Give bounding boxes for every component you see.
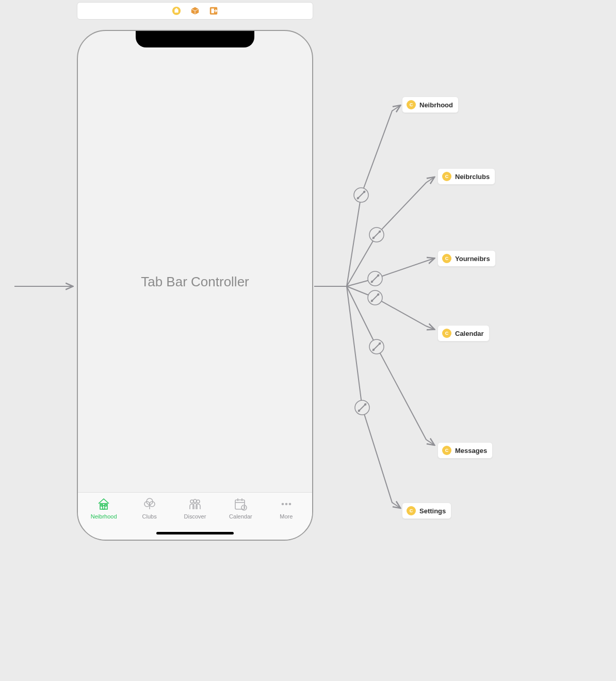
- svg-point-50: [285, 503, 288, 506]
- scene-node-label: Messages: [455, 447, 487, 455]
- svg-point-19: [379, 343, 381, 345]
- storyboard-icon[interactable]: [172, 6, 181, 15]
- svg-point-7: [379, 231, 381, 233]
- segue-badge-1: [369, 228, 384, 242]
- exit-icon[interactable]: [209, 6, 218, 15]
- svg-point-10: [371, 281, 373, 283]
- segue-badge-3: [368, 290, 382, 305]
- svg-point-15: [377, 294, 379, 296]
- tab-more[interactable]: More: [264, 497, 309, 525]
- tab-label: More: [280, 513, 293, 520]
- phone-notch: [136, 30, 254, 47]
- viewcontroller-badge-icon: C: [407, 506, 416, 515]
- segue-arrow-2: [347, 258, 434, 286]
- tab-label: Discover: [184, 513, 206, 520]
- tab-calendar[interactable]: Calendar: [218, 497, 263, 525]
- tab-label: Clubs: [142, 513, 157, 520]
- segue-arrow-5: [347, 286, 400, 508]
- svg-point-2: [357, 197, 359, 199]
- svg-point-0: [354, 188, 368, 202]
- svg-point-3: [363, 191, 365, 193]
- scene-node-calendar[interactable]: C Calendar: [437, 325, 490, 342]
- scene-node-neibrclubs[interactable]: C Neibrclubs: [437, 168, 495, 185]
- viewcontroller-badge-icon: C: [442, 254, 451, 263]
- viewcontroller-badge-icon: C: [407, 100, 416, 109]
- tab-discover[interactable]: Discover: [172, 497, 218, 525]
- svg-line-17: [372, 343, 381, 351]
- viewcontroller-badge-icon: C: [442, 329, 451, 338]
- scene-node-neibrhood[interactable]: C Neibrhood: [402, 96, 459, 113]
- svg-point-8: [368, 271, 382, 286]
- more-icon: [279, 497, 294, 511]
- svg-point-41: [197, 500, 200, 503]
- viewcontroller-badge-icon: C: [442, 172, 451, 181]
- scene-node-label: Neibrhood: [419, 101, 453, 109]
- cube-icon[interactable]: [190, 6, 200, 15]
- svg-point-11: [377, 274, 379, 277]
- scene-node-yourneibrs[interactable]: C Yourneibrs: [437, 250, 496, 267]
- svg-point-6: [372, 237, 375, 239]
- svg-line-48: [244, 508, 245, 508]
- tab-label: Calendar: [229, 513, 252, 520]
- svg-rect-33: [101, 505, 103, 506]
- segue-arrow-3: [347, 286, 434, 329]
- svg-point-12: [368, 290, 382, 305]
- svg-line-5: [372, 231, 381, 239]
- svg-point-4: [369, 228, 384, 242]
- svg-point-40: [193, 499, 197, 502]
- svg-point-14: [371, 300, 373, 302]
- segue-badge-5: [355, 400, 369, 415]
- segue-badge-0: [354, 188, 368, 202]
- scene-title: Tab Bar Controller: [141, 274, 249, 290]
- scene-node-messages[interactable]: C Messages: [437, 442, 493, 459]
- svg-rect-42: [235, 500, 245, 509]
- segue-badge-4: [369, 339, 384, 354]
- svg-point-51: [289, 503, 291, 506]
- segue-arrow-1: [347, 177, 434, 286]
- people-icon: [188, 497, 202, 511]
- scene-node-label: Settings: [419, 507, 446, 515]
- viewcontroller-badge-icon: C: [442, 446, 451, 455]
- scene-node-label: Calendar: [455, 330, 484, 337]
- scene-node-settings[interactable]: C Settings: [402, 502, 451, 519]
- svg-point-39: [190, 500, 193, 503]
- tab-label: Neibrhood: [91, 513, 117, 520]
- scene-toolbar[interactable]: [77, 2, 313, 20]
- svg-line-13: [371, 294, 379, 302]
- svg-point-23: [364, 403, 366, 406]
- scene-node-label: Neibrclubs: [455, 173, 490, 181]
- house-icon: [96, 497, 111, 511]
- svg-point-18: [372, 349, 375, 351]
- svg-point-49: [282, 503, 284, 506]
- svg-rect-34: [105, 505, 106, 506]
- svg-line-9: [371, 274, 379, 283]
- svg-rect-30: [212, 9, 214, 13]
- svg-line-1: [357, 191, 365, 199]
- svg-rect-25: [174, 9, 178, 12]
- calendar-icon: [233, 497, 248, 511]
- svg-line-21: [358, 403, 366, 412]
- svg-point-16: [369, 339, 384, 354]
- segue-arrow-0: [347, 106, 400, 286]
- tab-neibrhood[interactable]: Neibrhood: [81, 497, 126, 525]
- phone-frame: Tab Bar Controller Neibrhood Clubs: [77, 30, 313, 541]
- segue-arrow-4: [347, 286, 434, 445]
- segue-badge-2: [368, 271, 382, 286]
- svg-point-22: [358, 410, 360, 412]
- tab-clubs[interactable]: Clubs: [126, 497, 172, 525]
- svg-point-20: [355, 400, 369, 415]
- scene-node-label: Yourneibrs: [455, 255, 490, 263]
- clubs-icon: [142, 497, 157, 511]
- home-indicator: [156, 532, 234, 534]
